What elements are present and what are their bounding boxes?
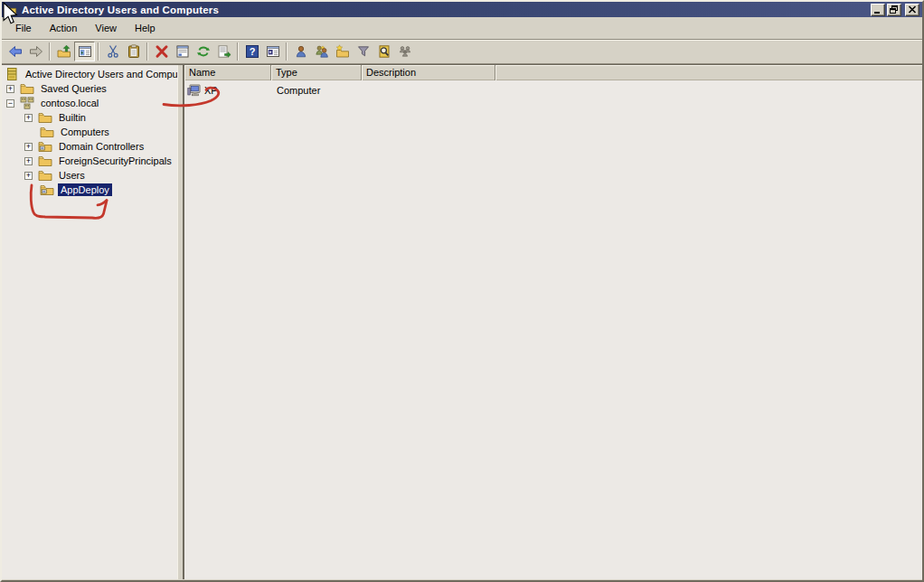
- toolbar-separator: [98, 42, 99, 61]
- create-group-icon: [315, 44, 329, 59]
- tree-item-label: ForeignSecurityPrincipals: [56, 155, 174, 167]
- ou-folder-icon: [40, 183, 54, 197]
- export-list-button[interactable]: [213, 42, 234, 61]
- list-row-xp[interactable]: XP Computer: [184, 82, 922, 98]
- window-title: Active Directory Users and Computers: [22, 5, 869, 15]
- show-console-tree-button[interactable]: [74, 42, 95, 61]
- up-one-level-icon: [57, 44, 71, 59]
- column-header-filler: [495, 65, 922, 80]
- minimize-icon: [873, 5, 882, 14]
- client-area: Active Directory Users and Comput + Save…: [2, 64, 922, 579]
- minimize-button[interactable]: [871, 4, 885, 16]
- tree-item-label-selected: AppDeploy: [58, 183, 112, 196]
- create-ou-button[interactable]: [332, 42, 353, 61]
- filter-icon: [356, 44, 371, 59]
- tree-item-saved-queries[interactable]: + Saved Queries: [2, 81, 177, 96]
- tree-item-label: contoso.local: [38, 97, 101, 109]
- tree-item-computers[interactable]: Computers: [2, 125, 177, 139]
- result-list-pane: Name Type Description XP Computer: [184, 65, 922, 579]
- list-item-type: Computer: [277, 85, 320, 96]
- menu-help[interactable]: Help: [126, 19, 165, 38]
- forward-button[interactable]: [25, 42, 46, 61]
- expand-toggle[interactable]: +: [24, 172, 33, 180]
- properties-button[interactable]: [172, 42, 193, 61]
- list-cell-name: XP: [184, 83, 271, 98]
- pane-splitter[interactable]: [177, 65, 184, 579]
- toolbar-separator: [286, 42, 288, 61]
- find-button[interactable]: [373, 42, 394, 61]
- forward-icon: [29, 44, 43, 59]
- expand-toggle[interactable]: +: [6, 85, 14, 93]
- folder-icon: [38, 168, 52, 183]
- menu-file[interactable]: File: [6, 19, 41, 38]
- folder-icon: [38, 110, 52, 125]
- tree-item-label: Active Directory Users and Comput: [23, 68, 177, 80]
- console-root-icon: [5, 67, 19, 81]
- list-header: Name Type Description: [184, 65, 922, 80]
- create-group-button[interactable]: [311, 42, 332, 61]
- advanced-icon: [398, 44, 412, 59]
- paste-icon: [127, 44, 141, 59]
- toolbar-separator: [237, 42, 239, 61]
- paste-button[interactable]: [123, 42, 144, 61]
- tree-item-builtin[interactable]: + Builtin: [2, 110, 177, 125]
- expand-toggle[interactable]: +: [24, 157, 33, 165]
- tree-item-foreignsecurityprincipals[interactable]: + ForeignSecurityPrincipals: [2, 154, 177, 168]
- tree-item-contoso-local[interactable]: − contoso.local: [2, 96, 177, 110]
- back-icon: [8, 44, 23, 59]
- refresh-button[interactable]: [193, 42, 213, 61]
- expand-toggle[interactable]: +: [24, 114, 33, 122]
- tree-item-label: Users: [56, 169, 88, 182]
- expand-toggle[interactable]: +: [24, 143, 33, 151]
- menu-action[interactable]: Action: [41, 19, 87, 38]
- delete-icon: [155, 44, 169, 59]
- restore-icon: [890, 5, 899, 14]
- column-header-name[interactable]: Name: [184, 65, 271, 80]
- console-tree-pane: Active Directory Users and Comput + Save…: [2, 65, 177, 579]
- close-button[interactable]: [905, 4, 919, 16]
- create-user-button[interactable]: [290, 42, 311, 61]
- cut-button[interactable]: [102, 42, 123, 61]
- find-icon: [377, 44, 391, 59]
- menu-view[interactable]: View: [86, 19, 126, 38]
- help-button[interactable]: ?: [241, 42, 262, 61]
- up-one-level-button[interactable]: [53, 42, 74, 61]
- title-bar[interactable]: Active Directory Users and Computers: [2, 2, 922, 17]
- tree-item-root[interactable]: Active Directory Users and Comput: [2, 67, 177, 81]
- list-cell-type: Computer: [271, 85, 362, 96]
- show-action-pane-icon: [266, 44, 280, 59]
- cut-icon: [106, 44, 120, 59]
- folder-icon: [38, 154, 52, 168]
- list-item-name: XP: [204, 85, 218, 96]
- create-ou-icon: [335, 44, 350, 59]
- filter-button[interactable]: [353, 42, 373, 61]
- svg-text:?: ?: [249, 46, 255, 57]
- window-icon: [5, 4, 17, 15]
- tree-item-label: Domain Controllers: [56, 140, 146, 153]
- delete-button[interactable]: [151, 42, 172, 61]
- column-header-type[interactable]: Type: [271, 65, 362, 80]
- folder-icon: [40, 125, 54, 139]
- menu-bar: File Action View Help: [2, 17, 922, 40]
- restore-button[interactable]: [887, 4, 901, 16]
- toolbar: ?: [2, 40, 922, 64]
- create-user-icon: [294, 44, 308, 59]
- toolbar-separator: [49, 42, 51, 61]
- domain-icon: [20, 96, 34, 110]
- show-action-pane-button[interactable]: [262, 42, 283, 61]
- tree-item-domain-controllers[interactable]: + Domain Controllers: [2, 139, 177, 154]
- properties-icon: [175, 44, 190, 59]
- back-button[interactable]: [5, 42, 25, 61]
- collapse-toggle[interactable]: −: [6, 99, 14, 108]
- toolbar-separator: [146, 42, 148, 61]
- close-icon: [908, 5, 917, 14]
- advanced-button[interactable]: [394, 42, 415, 61]
- folder-icon: [20, 81, 34, 96]
- tree-item-appdeploy[interactable]: AppDeploy: [2, 183, 177, 197]
- show-console-tree-icon: [78, 44, 92, 59]
- column-header-description[interactable]: Description: [362, 65, 495, 80]
- help-icon: ?: [245, 44, 259, 59]
- tree-item-users[interactable]: + Users: [2, 168, 177, 183]
- tree-item-label: Computers: [58, 126, 112, 138]
- aduc-window: { "window": { "title": "Active Directory…: [0, 0, 924, 582]
